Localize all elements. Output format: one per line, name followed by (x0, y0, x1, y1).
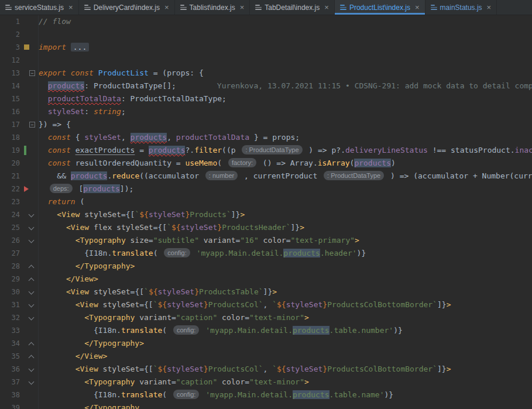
fold-region-end-icon[interactable] (29, 278, 35, 284)
code-line[interactable]: 2 (0, 28, 532, 41)
code-token: ProductsColBottomBorder` (327, 300, 437, 309)
code-token: = (135, 146, 148, 154)
fold-region-start-icon[interactable] (29, 379, 35, 385)
code-token: "text-primary" (291, 236, 355, 245)
code-token: ProductsColBottomBorder` (327, 365, 437, 373)
code-line[interactable]: 15 productTotalData: ProductTotalDataTyp… (0, 92, 532, 105)
close-tab-icon[interactable]: × (487, 4, 492, 11)
code-line[interactable]: 27 {I18n.translate( config: 'myapp.Main.… (0, 247, 532, 260)
close-tab-icon[interactable]: × (68, 4, 73, 11)
code-token: <View (75, 300, 98, 309)
tab-mainstatus-js[interactable]: mainStatus.js× (425, 0, 497, 15)
fold-region-start-icon[interactable] (29, 238, 35, 243)
code-line[interactable]: 26 <Typography size="subtitle" variant="… (0, 234, 532, 247)
code-line[interactable]: 17−}) => { (0, 118, 532, 131)
tab-productlist-index-js[interactable]: ProductList\index.js× (335, 0, 425, 15)
gutter-marks (23, 105, 39, 118)
code-token: ]} (437, 300, 447, 309)
execution-arrow-icon[interactable] (24, 186, 29, 192)
folded-region-placeholder[interactable]: ... (71, 43, 89, 51)
line-number: 32 (0, 311, 23, 324)
code-token (89, 287, 94, 296)
code-token: , (263, 365, 273, 373)
fold-region-start-icon[interactable] (29, 225, 35, 231)
code-token: ( (75, 197, 85, 206)
code-line[interactable]: 35 </View> (0, 350, 532, 363)
code-token (98, 365, 103, 373)
close-tab-icon[interactable]: × (240, 4, 245, 11)
code-line[interactable]: 23 return ( (0, 195, 532, 208)
code-token: "text-minor" (249, 377, 304, 386)
code-token (39, 159, 48, 167)
code-token: products (354, 159, 391, 167)
code-line[interactable]: 24 <View styleSet={[`${styleSet}Products… (0, 208, 532, 221)
tab-servicestatus-js[interactable]: serviceStatus.js× (0, 0, 79, 15)
code-token: "16" (240, 236, 258, 245)
fold-collapse-icon[interactable]: − (29, 70, 35, 76)
code-line[interactable]: 22 deps: [products]); (0, 183, 532, 195)
fold-region-start-icon[interactable] (29, 315, 35, 321)
line-number: 18 (0, 131, 23, 144)
code-token: ]} (291, 223, 300, 232)
line-number: 2 (0, 28, 23, 41)
code-line[interactable]: 38 {I18n.translate( config: 'myapp.Main.… (0, 389, 532, 401)
code-line[interactable]: 3import ... (0, 41, 532, 54)
code-line[interactable]: 39 </Typography (0, 401, 532, 409)
fold-region-end-icon[interactable] (29, 355, 35, 361)
code-token: } (194, 287, 199, 296)
code-editor[interactable]: 1// flow23import ...1213−export const Pr… (0, 15, 532, 409)
code-line[interactable]: 20 const resultOrderedQuantity = useMemo… (0, 157, 532, 170)
code-token: = (171, 313, 176, 322)
vcs-annotation: Yurenkova, 13.07.2021 11:15 • CDSNG-291:… (217, 81, 532, 90)
code-token: exactProducts (75, 146, 135, 154)
fold-collapse-icon[interactable]: − (29, 122, 35, 128)
gutter-marks (23, 80, 39, 92)
code-token: ProductList (98, 68, 149, 77)
code-token: Products` (190, 210, 231, 219)
code-token: ` (272, 300, 277, 309)
code-token: // flow (39, 17, 71, 26)
code-line[interactable]: 12 (0, 54, 532, 67)
fold-region-start-icon[interactable] (29, 212, 35, 218)
code-line[interactable]: 34 </Typography> (0, 337, 532, 350)
code-token (217, 377, 222, 386)
code-line[interactable]: 28 </Typography> (0, 260, 532, 273)
code-line[interactable]: 16 styleSet: string; (0, 105, 532, 118)
tab-tabdetail-index-js[interactable]: TabDetail\index.js× (250, 0, 335, 15)
close-tab-icon[interactable]: × (324, 4, 329, 11)
code-token: ProductsHeader` (222, 223, 290, 232)
code-line[interactable]: 30 <View styleSet={[`${styleSet}Products… (0, 286, 532, 298)
code-line[interactable]: 33 {I18n.translate( config: 'myapp.Main.… (0, 324, 532, 337)
code-token: ${ (158, 365, 167, 373)
code-line[interactable]: 25 <View flex styleSet={[`${styleSet}Pro… (0, 221, 532, 234)
code-line[interactable]: 32 <Typography variant="caption" color="… (0, 311, 532, 324)
line-number: 29 (0, 273, 23, 286)
fold-region-end-icon[interactable] (29, 265, 35, 271)
code-token: {I18n. (39, 390, 121, 399)
gutter-marks (23, 157, 39, 170)
code-line[interactable]: 37 <Typography variant="caption" color="… (0, 376, 532, 389)
code-line[interactable]: 29 </View> (0, 273, 532, 286)
code-token: color (222, 377, 245, 386)
fold-region-end-icon[interactable] (29, 342, 35, 348)
fold-region-start-icon[interactable] (29, 289, 35, 295)
code-text: <View styleSet={[`${styleSet}ProductsCol… (39, 363, 532, 376)
close-tab-icon[interactable]: × (415, 4, 420, 11)
code-token: > (447, 365, 451, 373)
code-line[interactable]: 13−export const ProductList = (props: { (0, 67, 532, 80)
code-line[interactable]: 19 const exactProducts = products?.filte… (0, 144, 532, 157)
gutter-marks (23, 324, 39, 337)
tab-deliverycard-index-js[interactable]: DeliveryCard\index.js× (79, 0, 175, 15)
code-line[interactable]: 21 && products.reduce((accumulator : num… (0, 170, 532, 183)
code-token: : ProductTotalDataType; (121, 94, 226, 103)
tab-tablist-index-js[interactable]: Tablist\index.js× (175, 0, 250, 15)
code-line[interactable]: 31 <View styleSet={[`${styleSet}Products… (0, 298, 532, 311)
code-line[interactable]: 14 products: ProductDataType[];Yurenkova… (0, 80, 532, 92)
code-token: flex (94, 223, 112, 232)
code-line[interactable]: 36 <View styleSet={[`${styleSet}Products… (0, 363, 532, 376)
close-tab-icon[interactable]: × (164, 4, 169, 11)
fold-region-start-icon[interactable] (29, 366, 35, 372)
fold-region-start-icon[interactable] (29, 302, 35, 308)
code-line[interactable]: 1// flow (0, 15, 532, 28)
code-line[interactable]: 18 const { styleSet, products, productTo… (0, 131, 532, 144)
